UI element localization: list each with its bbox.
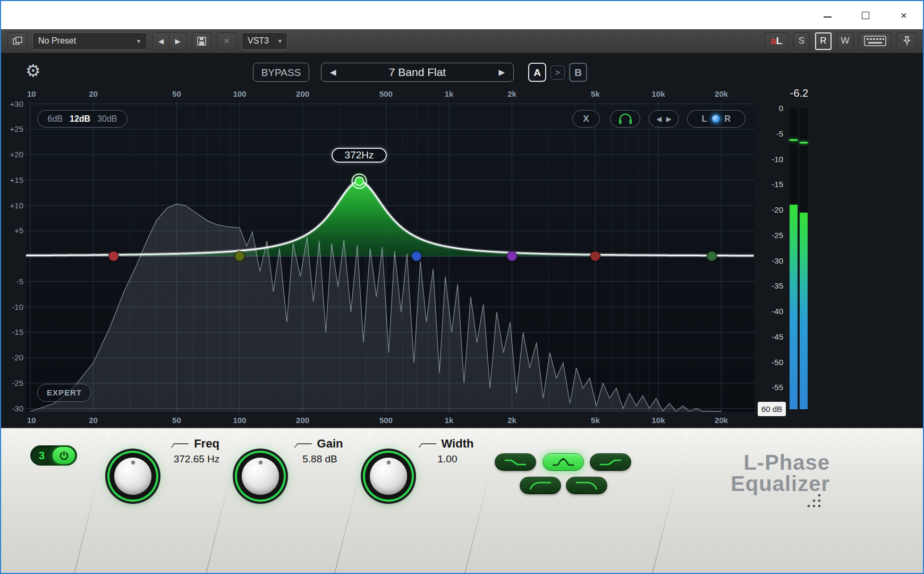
knob-pointer-dot <box>387 461 391 465</box>
panels-icon <box>13 37 22 45</box>
meter-scale-label: 0 <box>779 104 783 113</box>
automation-l-label: L <box>776 35 782 47</box>
width-value: 1.00 <box>402 453 493 465</box>
channel-mode-toggle[interactable]: L R <box>687 110 745 128</box>
expert-button[interactable]: EXPERT <box>37 384 91 402</box>
meter-range-button[interactable]: 60 dB <box>758 402 786 416</box>
freq-tick-bottom: 10 <box>27 416 36 425</box>
solo-x-label: X <box>583 114 589 124</box>
eq-node-band-2[interactable] <box>235 251 245 261</box>
maximize-icon <box>862 12 869 19</box>
prev-preset-button[interactable]: ◀ <box>152 32 169 50</box>
width-label: Width <box>442 437 474 451</box>
eq-node-band-3[interactable] <box>355 177 363 185</box>
freq-tick-bottom: 100 <box>233 416 246 425</box>
freq-tick-bottom: 500 <box>379 416 393 425</box>
toolbar-r-button[interactable]: R <box>815 32 832 50</box>
prev-band-icon[interactable]: ◀ <box>657 115 662 123</box>
delete-preset-button[interactable]: × <box>217 32 236 50</box>
format-dropdown[interactable]: VST3 ▼ <box>242 32 287 50</box>
logo-line2: Equalizer <box>686 473 830 494</box>
panels-button[interactable] <box>7 32 27 50</box>
minimize-button[interactable] <box>808 1 846 29</box>
eq-node-band-4[interactable] <box>411 251 421 261</box>
eq-graph[interactable]: 1010202050501001002002005005001k1k2k2k5k… <box>5 85 756 428</box>
eq-preset-prev-icon[interactable]: ◀ <box>321 67 345 77</box>
titlebar[interactable]: × <box>1 1 923 29</box>
meter-scale-label: -35 <box>772 281 783 290</box>
compare-a-button[interactable]: A <box>528 63 546 82</box>
eq-preset-next-icon[interactable]: ▶ <box>490 67 513 77</box>
meter-bar-left <box>790 108 798 409</box>
band-enable-toggle[interactable]: 3 <box>30 445 77 466</box>
eq-node-band-7[interactable] <box>707 251 717 261</box>
filter-high-shelf-button[interactable] <box>590 453 631 471</box>
close-button[interactable]: × <box>885 1 923 29</box>
meter-scale-label: -55 <box>772 383 783 392</box>
preset-value: No Preset <box>38 36 132 46</box>
meter-scale-label: -40 <box>772 307 783 316</box>
range-option-6db[interactable]: 6dB <box>48 114 63 124</box>
close-icon: × <box>901 9 907 22</box>
toolbar-s-button[interactable]: S <box>793 32 810 50</box>
band-nav-buttons[interactable]: ◀ ▶ <box>649 110 679 128</box>
listen-button[interactable] <box>610 110 640 128</box>
stereo-link-icon[interactable] <box>712 115 720 123</box>
db-range-selector[interactable]: 6dB12dB30dB <box>37 110 128 128</box>
control-panel: 3 Freq 372.65 Hz Gain 5.88 dB Width 1.00 <box>1 428 923 573</box>
band-number: 3 <box>31 450 53 462</box>
eq-node-band-6[interactable] <box>590 251 600 261</box>
level-meter <box>790 108 809 409</box>
freq-knob[interactable] <box>109 453 156 500</box>
eq-node-band-5[interactable] <box>507 251 517 261</box>
compare-b-button[interactable]: B <box>569 63 587 82</box>
freq-tick-bottom: 200 <box>296 416 309 425</box>
bell-icon <box>552 457 575 468</box>
keyboard-button[interactable] <box>859 32 892 50</box>
eq-node-band-1[interactable] <box>108 251 118 261</box>
preset-dropdown[interactable]: No Preset ▼ <box>32 32 147 50</box>
meter-peak-readout: -6.2 <box>780 87 818 99</box>
resize-grip[interactable] <box>808 493 824 509</box>
freq-tick-top: 100 <box>233 89 246 98</box>
automation-lanes-button[interactable]: aL <box>765 32 788 50</box>
range-option-12db[interactable]: 12dB <box>70 114 90 124</box>
meter-scale-label: -50 <box>772 358 783 367</box>
filter-high-cut-button[interactable] <box>566 477 607 494</box>
next-preset-button[interactable]: ▶ <box>169 32 187 50</box>
peak-hold-left <box>790 139 798 141</box>
band-solo-button[interactable]: X <box>572 110 600 128</box>
meter-scale-label: -25 <box>772 231 783 240</box>
bypass-button[interactable]: BYPASS <box>253 63 309 82</box>
keyboard-icon <box>864 35 886 47</box>
filter-low-cut-button[interactable] <box>520 477 561 494</box>
settings-gear-icon[interactable]: ⚙ <box>26 61 41 81</box>
save-preset-button[interactable] <box>192 32 211 50</box>
power-icon <box>59 451 69 461</box>
format-value: VST3 <box>248 36 269 46</box>
next-band-icon[interactable]: ▶ <box>666 115 671 123</box>
gain-value: 5.88 dB <box>275 453 365 465</box>
high-shelf-icon <box>599 457 622 468</box>
freq-tick-top: 20k <box>715 89 728 98</box>
power-button[interactable] <box>53 447 75 464</box>
copy-a-to-b-button[interactable]: > <box>550 65 565 80</box>
meter-scale-label: -45 <box>772 332 783 341</box>
freq-tick-top: 500 <box>379 89 393 98</box>
panel-divider <box>72 428 112 573</box>
gain-label: Gain <box>317 437 343 451</box>
eq-preset-selector[interactable]: ◀ 7 Band Flat ▶ <box>321 63 514 82</box>
pin-button[interactable] <box>897 32 917 50</box>
freq-tick-top: 10 <box>27 89 36 98</box>
freq-tick-top: 200 <box>296 89 309 98</box>
plugin-logo: L-Phase Equalizer <box>686 452 830 494</box>
range-option-30db[interactable]: 30dB <box>97 114 117 124</box>
filter-low-shelf-button[interactable] <box>495 453 536 471</box>
width-knob-cap <box>370 458 407 495</box>
label-pointer <box>418 443 436 448</box>
label-pointer <box>294 443 312 448</box>
filter-bell-button[interactable] <box>542 453 584 471</box>
toolbar-w-button[interactable]: W <box>837 32 853 50</box>
freq-tick-top: 5k <box>591 89 600 98</box>
maximize-button[interactable] <box>846 1 885 29</box>
